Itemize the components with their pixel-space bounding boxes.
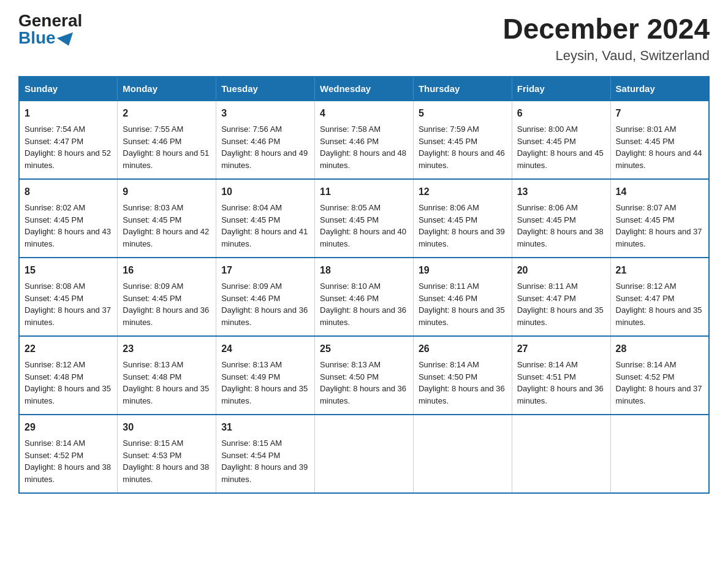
calendar-cell: 9Sunrise: 8:03 AMSunset: 4:45 PMDaylight…	[118, 179, 216, 258]
calendar-cell: 2Sunrise: 7:55 AMSunset: 4:46 PMDaylight…	[118, 101, 216, 179]
header-friday: Friday	[512, 77, 610, 101]
header-monday: Monday	[118, 77, 216, 101]
header-saturday: Saturday	[610, 77, 709, 101]
calendar-cell: 15Sunrise: 8:08 AMSunset: 4:45 PMDayligh…	[19, 258, 118, 336]
day-number: 23	[123, 342, 211, 356]
day-number: 15	[25, 263, 112, 278]
calendar-week-row: 1Sunrise: 7:54 AMSunset: 4:47 PMDaylight…	[19, 101, 709, 179]
day-number: 16	[123, 263, 211, 278]
day-number: 14	[616, 185, 703, 199]
day-info: Sunrise: 8:10 AMSunset: 4:46 PMDaylight:…	[320, 282, 406, 327]
page-title: December 2024	[502, 12, 710, 45]
calendar-cell	[610, 415, 709, 493]
day-number: 18	[320, 263, 408, 278]
calendar-cell	[413, 415, 512, 493]
day-info: Sunrise: 7:58 AMSunset: 4:46 PMDaylight:…	[320, 124, 406, 170]
day-number: 2	[123, 106, 211, 121]
calendar-cell: 23Sunrise: 8:13 AMSunset: 4:48 PMDayligh…	[118, 336, 216, 415]
day-number: 25	[320, 342, 408, 356]
day-info: Sunrise: 8:13 AMSunset: 4:49 PMDaylight:…	[221, 360, 308, 405]
day-number: 12	[419, 185, 507, 199]
calendar-cell	[315, 415, 414, 493]
day-number: 1	[25, 106, 112, 121]
day-info: Sunrise: 8:01 AMSunset: 4:45 PMDaylight:…	[616, 124, 702, 170]
calendar-cell: 12Sunrise: 8:06 AMSunset: 4:45 PMDayligh…	[413, 179, 512, 258]
page-header: General Blue December 2024 Leysin, Vaud,…	[18, 12, 710, 64]
day-info: Sunrise: 7:56 AMSunset: 4:46 PMDaylight:…	[221, 124, 308, 170]
calendar-cell: 21Sunrise: 8:12 AMSunset: 4:47 PMDayligh…	[610, 258, 709, 336]
day-info: Sunrise: 8:06 AMSunset: 4:45 PMDaylight:…	[419, 203, 505, 248]
calendar-cell: 25Sunrise: 8:13 AMSunset: 4:50 PMDayligh…	[315, 336, 414, 415]
day-info: Sunrise: 8:15 AMSunset: 4:53 PMDaylight:…	[123, 439, 209, 484]
day-info: Sunrise: 8:14 AMSunset: 4:52 PMDaylight:…	[25, 439, 111, 484]
calendar-cell: 14Sunrise: 8:07 AMSunset: 4:45 PMDayligh…	[610, 179, 709, 258]
day-info: Sunrise: 8:03 AMSunset: 4:45 PMDaylight:…	[123, 203, 209, 248]
title-block: December 2024 Leysin, Vaud, Switzerland	[502, 12, 710, 64]
day-number: 6	[517, 106, 605, 121]
page-subtitle: Leysin, Vaud, Switzerland	[502, 48, 710, 64]
day-number: 19	[419, 263, 507, 278]
calendar-cell: 31Sunrise: 8:15 AMSunset: 4:54 PMDayligh…	[216, 415, 315, 493]
day-info: Sunrise: 8:08 AMSunset: 4:45 PMDaylight:…	[25, 282, 111, 327]
day-number: 9	[123, 185, 211, 199]
day-info: Sunrise: 8:14 AMSunset: 4:51 PMDaylight:…	[517, 360, 604, 405]
header-wednesday: Wednesday	[315, 77, 414, 101]
logo-triangle-icon	[56, 33, 76, 48]
day-number: 27	[517, 342, 605, 356]
calendar-cell: 6Sunrise: 8:00 AMSunset: 4:45 PMDaylight…	[512, 101, 610, 179]
day-info: Sunrise: 8:09 AMSunset: 4:46 PMDaylight:…	[221, 282, 308, 327]
day-number: 20	[517, 263, 605, 278]
day-number: 22	[25, 342, 112, 356]
day-number: 26	[419, 342, 507, 356]
day-info: Sunrise: 8:05 AMSunset: 4:45 PMDaylight:…	[320, 203, 406, 248]
day-info: Sunrise: 8:14 AMSunset: 4:50 PMDaylight:…	[419, 360, 505, 405]
calendar-cell: 28Sunrise: 8:14 AMSunset: 4:52 PMDayligh…	[610, 336, 709, 415]
day-number: 21	[616, 263, 703, 278]
calendar-cell: 22Sunrise: 8:12 AMSunset: 4:48 PMDayligh…	[19, 336, 118, 415]
calendar-header-row: SundayMondayTuesdayWednesdayThursdayFrid…	[19, 77, 709, 101]
day-number: 29	[25, 420, 112, 435]
day-number: 3	[221, 106, 309, 121]
header-tuesday: Tuesday	[216, 77, 315, 101]
calendar-cell: 24Sunrise: 8:13 AMSunset: 4:49 PMDayligh…	[216, 336, 315, 415]
header-sunday: Sunday	[19, 77, 118, 101]
day-number: 28	[616, 342, 703, 356]
day-number: 5	[419, 106, 507, 121]
day-number: 31	[221, 420, 309, 435]
day-info: Sunrise: 8:14 AMSunset: 4:52 PMDaylight:…	[616, 360, 702, 405]
calendar-cell: 30Sunrise: 8:15 AMSunset: 4:53 PMDayligh…	[118, 415, 216, 493]
day-info: Sunrise: 8:00 AMSunset: 4:45 PMDaylight:…	[517, 124, 604, 170]
day-info: Sunrise: 8:02 AMSunset: 4:45 PMDaylight:…	[25, 203, 111, 248]
logo: General Blue	[18, 12, 82, 47]
calendar-cell: 11Sunrise: 8:05 AMSunset: 4:45 PMDayligh…	[315, 179, 414, 258]
day-number: 11	[320, 185, 408, 199]
calendar-cell: 4Sunrise: 7:58 AMSunset: 4:46 PMDaylight…	[315, 101, 414, 179]
calendar-cell: 20Sunrise: 8:11 AMSunset: 4:47 PMDayligh…	[512, 258, 610, 336]
day-info: Sunrise: 7:59 AMSunset: 4:45 PMDaylight:…	[419, 124, 505, 170]
day-info: Sunrise: 8:13 AMSunset: 4:48 PMDaylight:…	[123, 360, 209, 405]
calendar-table: SundayMondayTuesdayWednesdayThursdayFrid…	[18, 76, 710, 494]
calendar-cell: 16Sunrise: 8:09 AMSunset: 4:45 PMDayligh…	[118, 258, 216, 336]
calendar-cell: 18Sunrise: 8:10 AMSunset: 4:46 PMDayligh…	[315, 258, 414, 336]
day-info: Sunrise: 8:12 AMSunset: 4:48 PMDaylight:…	[25, 360, 111, 405]
day-info: Sunrise: 8:11 AMSunset: 4:46 PMDaylight:…	[419, 282, 505, 327]
calendar-cell: 8Sunrise: 8:02 AMSunset: 4:45 PMDaylight…	[19, 179, 118, 258]
day-number: 4	[320, 106, 408, 121]
calendar-week-row: 15Sunrise: 8:08 AMSunset: 4:45 PMDayligh…	[19, 258, 709, 336]
day-info: Sunrise: 8:06 AMSunset: 4:45 PMDaylight:…	[517, 203, 604, 248]
calendar-cell: 19Sunrise: 8:11 AMSunset: 4:46 PMDayligh…	[413, 258, 512, 336]
logo-blue-text: Blue	[18, 29, 75, 47]
day-number: 13	[517, 185, 605, 199]
day-info: Sunrise: 8:12 AMSunset: 4:47 PMDaylight:…	[616, 282, 702, 327]
calendar-cell: 7Sunrise: 8:01 AMSunset: 4:45 PMDaylight…	[610, 101, 709, 179]
logo-general-text: General	[18, 12, 82, 29]
calendar-week-row: 22Sunrise: 8:12 AMSunset: 4:48 PMDayligh…	[19, 336, 709, 415]
day-info: Sunrise: 8:04 AMSunset: 4:45 PMDaylight:…	[221, 203, 308, 248]
calendar-cell: 13Sunrise: 8:06 AMSunset: 4:45 PMDayligh…	[512, 179, 610, 258]
calendar-cell: 5Sunrise: 7:59 AMSunset: 4:45 PMDaylight…	[413, 101, 512, 179]
day-info: Sunrise: 7:54 AMSunset: 4:47 PMDaylight:…	[25, 124, 111, 170]
day-number: 24	[221, 342, 309, 356]
calendar-cell: 10Sunrise: 8:04 AMSunset: 4:45 PMDayligh…	[216, 179, 315, 258]
calendar-cell: 17Sunrise: 8:09 AMSunset: 4:46 PMDayligh…	[216, 258, 315, 336]
calendar-cell: 29Sunrise: 8:14 AMSunset: 4:52 PMDayligh…	[19, 415, 118, 493]
